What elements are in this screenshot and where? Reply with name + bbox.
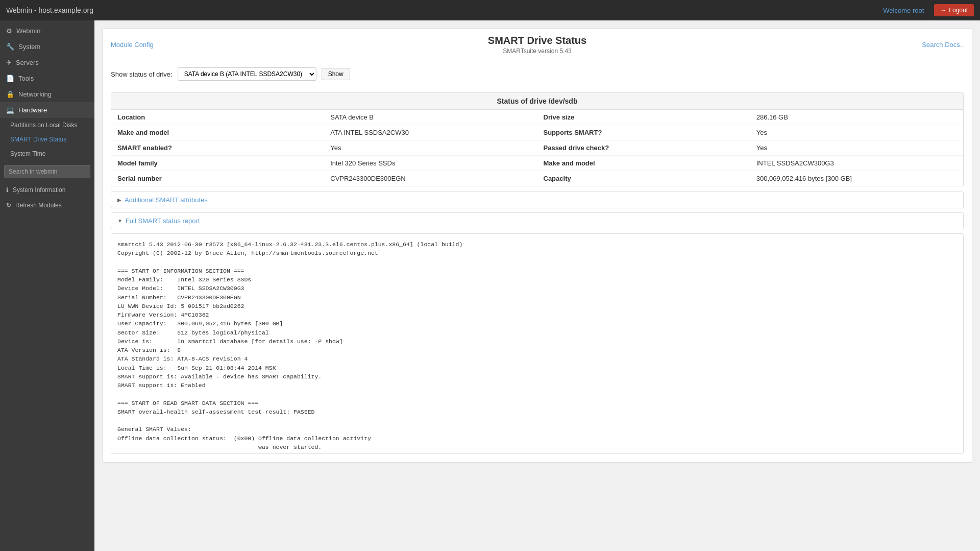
sidebar-item-networking[interactable]: 🔒 Networking (0, 86, 94, 102)
row-value2: INTEL SSDSA2CW300G3 (750, 156, 963, 171)
sidebar-item-tools[interactable]: 📄 Tools (0, 70, 94, 86)
table-row: Serial number CVPR243300DE300EGN Capacit… (111, 171, 963, 186)
sidebar-item-system-time[interactable]: System Time (0, 147, 94, 161)
full-smart-header[interactable]: ▼ Full SMART status report (111, 213, 963, 229)
networking-icon: 🔒 (6, 90, 14, 98)
sidebar-item-hardware[interactable]: 💻 Hardware (0, 102, 94, 118)
servers-icon: ✈ (6, 59, 12, 66)
sidebar-item-servers[interactable]: ✈ Servers (0, 55, 94, 70)
refresh-icon: ↻ (6, 202, 11, 209)
main-content: Module Config SMART Drive Status SMARTsu… (94, 20, 980, 551)
drive-select-row: Show status of drive: SATA device B (ATA… (103, 61, 972, 87)
gear-icon: ⚙ (6, 27, 12, 35)
row-value2: Yes (750, 140, 963, 156)
row-label: SMART enabled? (111, 140, 324, 156)
search-input[interactable] (4, 165, 90, 178)
row-value: SATA device B (324, 110, 537, 125)
search-docs-link[interactable]: Search Docs.. (913, 41, 964, 49)
search-container (0, 161, 94, 182)
logout-button[interactable]: → Logout (934, 4, 974, 16)
show-button[interactable]: Show (322, 68, 350, 80)
info-icon: ℹ (6, 186, 9, 194)
additional-smart-section: ▶ Additional SMART attributes (111, 191, 964, 208)
sidebar-item-system[interactable]: 🔧 System (0, 39, 94, 55)
row-label: Location (111, 110, 324, 125)
row-label: Serial number (111, 171, 324, 186)
row-label2: Drive size (537, 110, 750, 125)
sidebar: ⚙ Webmin 🔧 System ✈ Servers 📄 Tools 🔒 Ne… (0, 20, 94, 551)
topbar: Webmin - host.example.org Welcome root →… (0, 0, 980, 20)
sidebar-item-system-info[interactable]: ℹ System Information (0, 182, 94, 198)
row-label2: Supports SMART? (537, 125, 750, 140)
additional-smart-link[interactable]: Additional SMART attributes (125, 196, 208, 204)
row-label: Make and model (111, 125, 324, 140)
page-header: Module Config SMART Drive Status SMARTsu… (103, 29, 972, 61)
row-value: Intel 320 Series SSDs (324, 156, 537, 171)
table-row: SMART enabled? Yes Passed drive check? Y… (111, 140, 963, 156)
full-smart-section: ▼ Full SMART status report (111, 212, 964, 229)
expand-icon: ▶ (117, 197, 121, 203)
hardware-icon: 💻 (6, 106, 14, 114)
full-smart-link[interactable]: Full SMART status report (126, 217, 200, 225)
tools-icon: 📄 (6, 75, 14, 82)
page-subtitle: SMARTsuite version 5.43 (162, 47, 913, 55)
row-value: CVPR243300DE300EGN (324, 171, 537, 186)
row-value2: 300,069,052,416 bytes [300 GB] (750, 171, 963, 186)
app-title: Webmin - host.example.org (6, 6, 93, 14)
page-title: SMART Drive Status (162, 35, 913, 46)
row-value: Yes (324, 140, 537, 156)
drive-select-label: Show status of drive: (111, 70, 173, 78)
sidebar-item-refresh-modules[interactable]: ↻ Refresh Modules (0, 198, 94, 213)
sidebar-item-webmin[interactable]: ⚙ Webmin (0, 23, 94, 39)
table-row: Model family Intel 320 Series SSDs Make … (111, 156, 963, 171)
collapse-icon: ▼ (117, 218, 122, 224)
row-value2: 286.16 GB (750, 110, 963, 125)
wrench-icon: 🔧 (6, 43, 14, 51)
row-value2: Yes (750, 125, 963, 140)
row-value: ATA INTEL SSDSA2CW30 (324, 125, 537, 140)
smart-report-text: smartctl 5.43 2012-06-30 r3573 [x86_64-l… (111, 234, 963, 453)
page-card: Module Config SMART Drive Status SMARTsu… (102, 28, 972, 463)
row-label2: Make and model (537, 156, 750, 171)
smart-report-content: smartctl 5.43 2012-06-30 r3573 [x86_64-l… (111, 233, 964, 454)
logout-icon: → (940, 7, 946, 14)
drive-status-section: Status of drive /dev/sdb Location SATA d… (111, 92, 964, 186)
row-label2: Passed drive check? (537, 140, 750, 156)
additional-smart-header[interactable]: ▶ Additional SMART attributes (111, 192, 963, 208)
page-title-section: SMART Drive Status SMARTsuite version 5.… (162, 35, 913, 55)
row-label: Model family (111, 156, 324, 171)
welcome-text: Welcome root (883, 7, 924, 14)
sidebar-item-partitions[interactable]: Partitions on Local Disks (0, 118, 94, 132)
status-section-title: Status of drive /dev/sdb (111, 93, 963, 110)
row-label2: Capacity (537, 171, 750, 186)
module-config-link[interactable]: Module Config (111, 41, 162, 49)
sidebar-item-smart[interactable]: SMART Drive Status (0, 132, 94, 147)
drive-select[interactable]: SATA device B (ATA INTEL SSDSA2CW30) (178, 67, 316, 81)
status-table: Location SATA device B Drive size 286.16… (111, 110, 963, 186)
table-row: Make and model ATA INTEL SSDSA2CW30 Supp… (111, 125, 963, 140)
table-row: Location SATA device B Drive size 286.16… (111, 110, 963, 125)
